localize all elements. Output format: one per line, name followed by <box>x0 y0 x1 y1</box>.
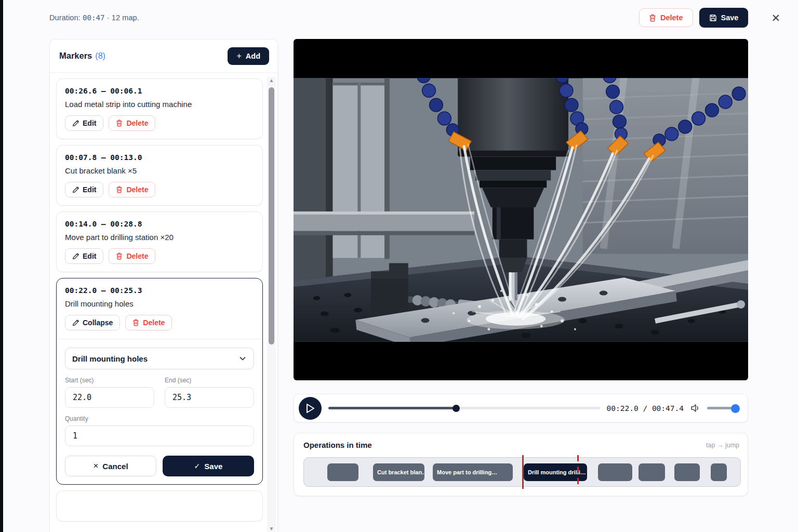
timeline-segment[interactable]: Cut bracket blan… <box>373 463 424 481</box>
delete-marker-button[interactable]: Delete <box>109 182 155 197</box>
trash-icon <box>116 186 123 193</box>
operations-title: Operations in time <box>303 441 372 449</box>
delete-marker-button[interactable]: Delete <box>125 315 172 330</box>
operations-panel: Operations in time tap → jump Cut bracke… <box>294 433 748 496</box>
markers-list: 00:26.6 – 00:06.1 Load metal strip into … <box>50 73 266 532</box>
top-bar: Duration: 00:47 · 12 map. Delete Save ✕ <box>49 6 782 29</box>
form-divider <box>57 339 262 339</box>
trash-icon <box>132 319 139 326</box>
save-button[interactable]: Save <box>699 8 749 28</box>
trash-icon <box>116 119 123 127</box>
marker-label: Load metal strip into cutting machine <box>65 100 254 109</box>
marker-time: 00:07.8 – 00:13.0 <box>65 153 254 162</box>
end-marker <box>577 455 579 489</box>
marker-label: Cut bracket blank ×5 <box>65 166 254 175</box>
check-icon: ✓ <box>194 462 201 470</box>
delete-marker-button[interactable]: Delete <box>109 248 155 264</box>
marker-card[interactable]: 00:26.6 – 00:06.1 Load metal strip into … <box>56 78 263 139</box>
scrollbar-thumb[interactable] <box>269 87 274 344</box>
operations-hint: tap → jump <box>706 442 739 449</box>
quantity-field-label: Quantity <box>65 415 254 422</box>
cnc-machine-illustration <box>294 78 748 342</box>
markers-panel-header: Markers (8) + Add <box>50 39 277 73</box>
video-frame[interactable] <box>294 39 748 380</box>
scrollbar[interactable]: ▲ ▼ <box>267 77 276 532</box>
seek-progress <box>328 407 456 409</box>
cancel-button[interactable]: × Cancel <box>65 456 156 476</box>
marker-time: 00:14.0 – 00:28.8 <box>65 220 254 228</box>
play-icon <box>306 404 314 413</box>
trash-icon <box>649 14 656 22</box>
collapse-button[interactable]: Collapse <box>65 315 120 330</box>
start-field-label: Start (sec) <box>65 377 154 384</box>
marker-time: 00:26.6 – 00:06.1 <box>65 87 254 95</box>
edit-button[interactable]: Edit <box>65 248 103 264</box>
speaker-icon[interactable] <box>690 404 700 413</box>
play-button[interactable] <box>299 397 322 420</box>
delete-button-label: Delete <box>660 14 683 22</box>
scroll-up-icon[interactable]: ▲ <box>267 77 276 83</box>
time-display: 00:22.0 / 00:47.4 <box>607 404 684 413</box>
pencil-icon <box>72 320 79 326</box>
save-button-label: Save <box>721 14 739 22</box>
player-bar: 00:22.0 / 00:47.4 <box>294 394 748 422</box>
delete-marker-button[interactable]: Delete <box>109 115 155 131</box>
edit-button[interactable]: Edit <box>65 115 103 131</box>
end-input[interactable] <box>165 387 254 408</box>
floppy-icon <box>709 14 717 22</box>
volume-thumb[interactable] <box>731 404 740 413</box>
end-field-label: End (sec) <box>165 377 254 384</box>
seek-bar[interactable] <box>328 407 600 409</box>
add-marker-button[interactable]: + Add <box>228 47 269 65</box>
save-marker-button[interactable]: ✓ Save <box>163 456 254 476</box>
plus-icon: + <box>236 51 241 61</box>
window-edge <box>0 0 3 532</box>
timeline-segment[interactable] <box>327 463 358 481</box>
pencil-icon <box>72 187 79 193</box>
trash-icon <box>116 252 123 260</box>
marker-label: Drill mounting holes <box>65 299 254 308</box>
seek-thumb[interactable] <box>453 405 460 412</box>
edit-button[interactable]: Edit <box>65 182 103 197</box>
timeline-segment[interactable] <box>674 463 700 481</box>
scroll-down-icon[interactable]: ▼ <box>267 526 276 531</box>
operation-select[interactable]: Drill mounting holes <box>65 348 254 369</box>
markers-panel: Markers (8) + Add 00:26.6 – 00:06.1 Load… <box>49 39 278 532</box>
timeline-segment[interactable] <box>639 463 665 481</box>
chevron-down-icon <box>238 354 247 363</box>
quantity-input[interactable] <box>65 425 254 446</box>
marker-card-partial[interactable] <box>56 490 263 522</box>
timeline-segment[interactable] <box>598 463 632 481</box>
markers-count: (8) <box>95 51 105 61</box>
x-icon: × <box>93 461 98 471</box>
close-icon[interactable]: ✕ <box>769 10 782 25</box>
timeline-segment[interactable]: Move part to drilling… <box>433 463 513 481</box>
add-button-label: Add <box>246 52 260 60</box>
markers-title: Markers <box>59 51 92 61</box>
start-input[interactable] <box>65 387 154 408</box>
delete-button[interactable]: Delete <box>639 8 693 27</box>
playhead-marker <box>522 455 524 489</box>
marker-card[interactable]: 00:07.8 – 00:13.0 Cut bracket blank ×5 E… <box>56 145 263 206</box>
marker-card-active[interactable]: 00:22.0 – 00:25.3 Drill mounting holes C… <box>56 278 263 485</box>
duration-text: Duration: 00:47 · 12 map. <box>49 14 139 22</box>
operation-select-value: Drill mounting holes <box>72 354 148 363</box>
operations-timeline[interactable]: Cut bracket blan… Move part to drilling…… <box>303 457 741 487</box>
pencil-icon <box>72 120 79 127</box>
marker-time: 00:22.0 – 00:25.3 <box>65 286 254 295</box>
timeline-segment[interactable] <box>711 463 727 481</box>
volume-slider[interactable] <box>707 407 739 409</box>
marker-label: Move part to drilling station ×20 <box>65 233 254 242</box>
pencil-icon <box>72 253 79 260</box>
marker-card[interactable]: 00:14.0 – 00:28.8 Move part to drilling … <box>56 211 263 272</box>
